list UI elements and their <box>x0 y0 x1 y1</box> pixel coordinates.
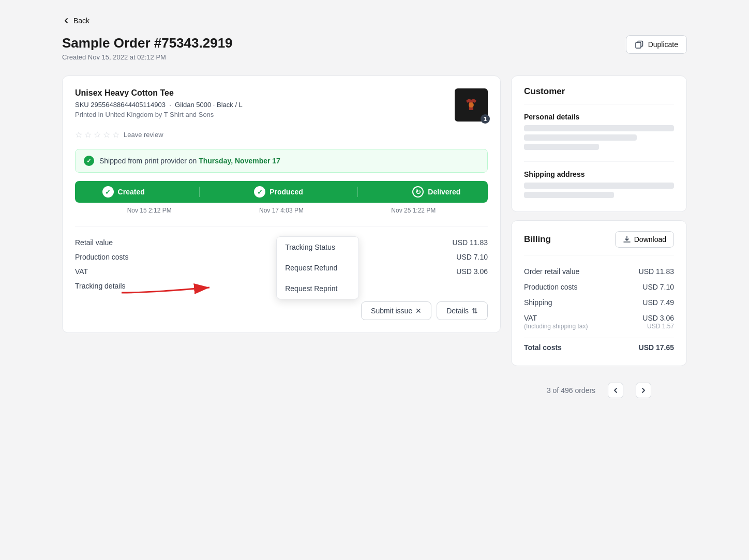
details-caret: ⇅ <box>472 307 478 315</box>
billing-vat-label: VAT <box>524 314 588 322</box>
retail-value-amount: USD 11.83 <box>453 238 488 247</box>
shipped-banner: Shipped from print provider on Thursday,… <box>75 149 488 173</box>
product-provider: Printed in United Kingdom by T Shirt and… <box>75 111 243 118</box>
shipping-blurred-1 <box>524 183 674 189</box>
customer-card: Customer Personal details Shipping addre… <box>511 75 687 212</box>
submit-issue-button[interactable]: Submit issue ✕ <box>361 301 431 320</box>
step-delivered-icon: ↻ <box>412 186 424 198</box>
chevron-right-icon <box>640 387 647 394</box>
billing-row-shipping: Shipping USD 7.49 <box>524 295 674 310</box>
chevron-left-icon <box>612 387 619 394</box>
step-created-label: Created <box>118 188 145 196</box>
shipped-text: Shipped from print provider on Thursday,… <box>99 157 280 165</box>
billing-production-value: USD 7.10 <box>642 283 674 291</box>
details-button[interactable]: Details ⇅ <box>437 301 488 320</box>
billing-retail-label: Order retail value <box>524 267 579 276</box>
product-card: Unisex Heavy Cotton Tee SKU 295564886444… <box>62 75 501 333</box>
step-delivered-label: Delivered <box>428 188 460 196</box>
billing-vat-labels: VAT (Including shipping tax) <box>524 314 588 330</box>
pagination-next-button[interactable] <box>636 383 651 398</box>
star-rating: ☆ ☆ ☆ ☆ ☆ Leave review <box>75 130 488 140</box>
page-header: Sample Order #75343.2919 Created Nov 15,… <box>62 35 687 61</box>
shipping-address-section: Shipping address <box>524 170 674 198</box>
pagination-prev-button[interactable] <box>608 383 623 398</box>
billing-card: Billing Download Order retail value USD … <box>511 220 687 366</box>
time-created: Nov 15 2:12 PM <box>83 207 215 214</box>
billing-vat-sub-value: USD 1.57 <box>642 323 674 330</box>
duplicate-button[interactable]: Duplicate <box>626 35 687 54</box>
step-produced-label: Produced <box>269 188 303 196</box>
step-delivered: ↻ Delivered <box>412 186 460 198</box>
duplicate-label: Duplicate <box>648 40 678 49</box>
step-divider-2 <box>357 187 358 197</box>
main-content: Unisex Heavy Cotton Tee SKU 295564886444… <box>62 75 687 406</box>
submit-issue-wrapper: Tracking Status Request Refund Request R… <box>361 301 431 320</box>
time-produced: Nov 17 4:03 PM <box>215 207 347 214</box>
billing-total-label: Total costs <box>524 343 562 352</box>
billing-production-label: Production costs <box>524 283 578 291</box>
submit-issue-caret: ✕ <box>415 307 422 315</box>
step-created: Created <box>102 186 145 198</box>
duplicate-icon <box>635 40 644 49</box>
arrow-left-icon <box>62 17 70 25</box>
billing-total-row: Total costs USD 17.65 <box>524 338 674 355</box>
download-label: Download <box>634 235 666 244</box>
shipping-address-label: Shipping address <box>524 170 674 178</box>
dropdown-request-refund[interactable]: Request Refund <box>277 258 358 278</box>
personal-details-section: Personal details <box>524 113 674 162</box>
vat-amount: USD 3.06 <box>456 267 488 276</box>
product-count-badge: 1 <box>481 114 490 124</box>
billing-vat-value: USD 3.06 <box>642 314 674 322</box>
step-produced-icon <box>254 186 265 198</box>
order-created: Created Nov 15, 2022 at 02:12 PM <box>62 53 233 61</box>
personal-details-label: Personal details <box>524 113 674 121</box>
download-button[interactable]: Download <box>615 231 674 248</box>
product-sku: SKU 29556488644405114903 · Gildan 5000 ·… <box>75 101 243 109</box>
details-label: Details <box>446 307 469 315</box>
back-label: Back <box>73 17 89 25</box>
star-2[interactable]: ☆ <box>84 130 92 140</box>
order-info: Sample Order #75343.2919 Created Nov 15,… <box>62 35 233 61</box>
progress-bar: Created Produced ↻ Delivered <box>75 181 488 203</box>
star-5[interactable]: ☆ <box>112 130 119 140</box>
billing-total-value: USD 17.65 <box>639 343 674 352</box>
customer-title: Customer <box>524 86 674 104</box>
right-panel: Customer Personal details Shipping addre… <box>511 75 687 406</box>
billing-header: Billing Download <box>524 231 674 255</box>
billing-vat-sub: (Including shipping tax) <box>524 323 588 330</box>
billing-row-vat: VAT (Including shipping tax) USD 3.06 US… <box>524 310 674 334</box>
vat-label: VAT <box>75 267 88 276</box>
leave-review-link[interactable]: Leave review <box>124 131 163 139</box>
billing-retail-value: USD 11.83 <box>639 267 674 276</box>
product-info: Unisex Heavy Cotton Tee SKU 295564886444… <box>75 88 243 124</box>
dropdown-tracking-status[interactable]: Tracking Status <box>277 237 358 258</box>
tshirt-thumbnail <box>461 95 482 115</box>
personal-detail-blurred-3 <box>524 144 599 150</box>
svg-rect-0 <box>636 42 641 48</box>
production-costs-label: Production costs <box>75 253 129 261</box>
left-panel: Unisex Heavy Cotton Tee SKU 295564886444… <box>62 75 501 341</box>
billing-row-retail: Order retail value USD 11.83 <box>524 264 674 279</box>
product-header: Unisex Heavy Cotton Tee SKU 295564886444… <box>75 88 488 124</box>
star-1[interactable]: ☆ <box>75 130 82 140</box>
submit-issue-label: Submit issue <box>371 307 412 315</box>
personal-detail-blurred-2 <box>524 134 637 141</box>
back-link[interactable]: Back <box>62 17 89 25</box>
pagination: 3 of 496 orders <box>511 374 687 406</box>
production-costs-amount: USD 7.10 <box>456 253 488 261</box>
personal-detail-blurred-1 <box>524 125 674 131</box>
red-arrow-annotation <box>116 272 220 305</box>
page-title: Sample Order #75343.2919 <box>62 35 233 51</box>
billing-shipping-label: Shipping <box>524 298 552 307</box>
step-created-icon <box>102 186 114 198</box>
step-divider-1 <box>199 187 200 197</box>
star-4[interactable]: ☆ <box>103 130 110 140</box>
step-produced: Produced <box>254 186 303 198</box>
product-image-wrapper: 1 <box>455 88 488 122</box>
retail-value-label: Retail value <box>75 238 113 247</box>
billing-vat-values: USD 3.06 USD 1.57 <box>642 314 674 330</box>
dropdown-request-reprint[interactable]: Request Reprint <box>277 278 358 299</box>
star-3[interactable]: ☆ <box>94 130 101 140</box>
submit-issue-dropdown: Tracking Status Request Refund Request R… <box>276 236 359 299</box>
card-actions: Tracking Status Request Refund Request R… <box>75 301 488 320</box>
